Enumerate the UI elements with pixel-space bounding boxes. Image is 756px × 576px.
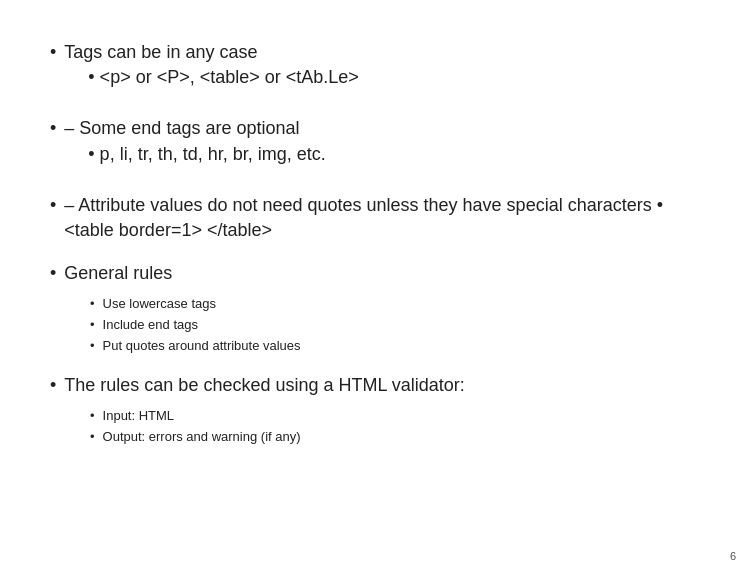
section-general-rules: • General rules • Use lowercase tags • I… <box>50 261 706 363</box>
general-rules-small-bullets: • Use lowercase tags • Include end tags … <box>90 294 706 356</box>
small-bullet-quotes: • Put quotes around attribute values <box>90 336 706 357</box>
optional-tags-sub: • p, li, tr, th, td, hr, br, img, etc. <box>88 142 325 167</box>
small-bullet-text-input: Input: HTML <box>103 406 175 427</box>
bullet-attribute-quotes: • – Attribute values do not need quotes … <box>50 193 706 243</box>
tags-case-sub: • <p> or <P>, <table> or <tAb.Le> <box>88 65 359 90</box>
bullet-text-2: – Some end tags are optional • p, li, tr… <box>64 116 325 174</box>
bullet-general-rules: • General rules <box>50 261 706 286</box>
section-validator: • The rules can be checked using a HTML … <box>50 373 706 454</box>
small-dot-5: • <box>90 427 95 448</box>
small-bullet-output: • Output: errors and warning (if any) <box>90 427 706 448</box>
small-dot-2: • <box>90 315 95 336</box>
validator-small-bullets: • Input: HTML • Output: errors and warni… <box>90 406 706 448</box>
bullet-symbol-2: • <box>50 116 56 141</box>
bullet-tags-case: • Tags can be in any case • <p> or <P>, … <box>50 40 706 98</box>
page-number: 6 <box>730 550 736 562</box>
small-bullet-text-quotes: Put quotes around attribute values <box>103 336 301 357</box>
bullet-text-1: Tags can be in any case • <p> or <P>, <t… <box>64 40 359 98</box>
small-bullet-text-endtags: Include end tags <box>103 315 198 336</box>
optional-tags-main: – Some end tags are optional <box>64 116 325 141</box>
small-dot-1: • <box>90 294 95 315</box>
section-optional-tags: • – Some end tags are optional • p, li, … <box>50 116 706 182</box>
bullet-symbol-4: • <box>50 261 56 286</box>
tags-case-main: Tags can be in any case <box>64 40 359 65</box>
small-bullet-text-lowercase: Use lowercase tags <box>103 294 216 315</box>
attribute-quotes-main: – Attribute values do not need quotes un… <box>64 193 706 243</box>
bullet-text-3: – Attribute values do not need quotes un… <box>64 193 706 243</box>
validator-main: The rules can be checked using a HTML va… <box>64 373 465 398</box>
small-dot-3: • <box>90 336 95 357</box>
small-bullet-lowercase: • Use lowercase tags <box>90 294 706 315</box>
small-bullet-text-output: Output: errors and warning (if any) <box>103 427 301 448</box>
bullet-symbol-5: • <box>50 373 56 398</box>
section-tags-case: • Tags can be in any case • <p> or <P>, … <box>50 40 706 106</box>
bullet-optional-tags: • – Some end tags are optional • p, li, … <box>50 116 706 174</box>
section-attribute-quotes: • – Attribute values do not need quotes … <box>50 193 706 251</box>
small-bullet-endtags: • Include end tags <box>90 315 706 336</box>
general-rules-main: General rules <box>64 261 172 286</box>
slide: • Tags can be in any case • <p> or <P>, … <box>0 0 756 576</box>
bullet-symbol-1: • <box>50 40 56 65</box>
small-bullet-input-html: • Input: HTML <box>90 406 706 427</box>
small-dot-4: • <box>90 406 95 427</box>
bullet-symbol-3: • <box>50 193 56 218</box>
bullet-validator: • The rules can be checked using a HTML … <box>50 373 706 398</box>
slide-content: • Tags can be in any case • <p> or <P>, … <box>50 40 706 463</box>
